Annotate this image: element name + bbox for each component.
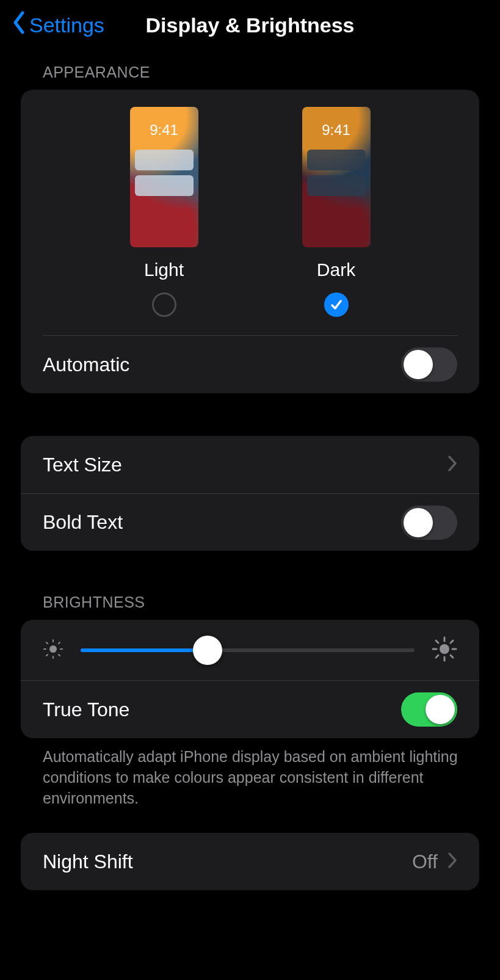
brightness-header: BRIGHTNESS	[21, 593, 479, 620]
thumbnail-notification	[307, 150, 366, 170]
slider-fill	[81, 648, 208, 652]
text-card: Text Size Bold Text	[21, 436, 479, 551]
bold-text-toggle[interactable]	[401, 506, 457, 540]
automatic-label: Automatic	[43, 354, 129, 376]
true-tone-footer: Automatically adapt iPhone display based…	[21, 738, 479, 808]
navigation-bar: Settings Display & Brightness	[0, 0, 500, 64]
back-label: Settings	[29, 13, 104, 37]
chevron-left-icon	[12, 11, 26, 39]
svg-line-17	[451, 641, 453, 643]
svg-line-16	[436, 655, 438, 658]
radio-unchecked-icon[interactable]	[152, 292, 176, 317]
brightness-card: True Tone	[21, 620, 479, 738]
svg-line-6	[59, 655, 60, 656]
chevron-right-icon	[447, 852, 457, 871]
automatic-row: Automatic	[21, 336, 479, 393]
bold-text-row: Bold Text	[21, 493, 479, 551]
svg-line-14	[436, 641, 438, 643]
thumbnail-clock: 9:41	[302, 122, 371, 139]
true-tone-toggle[interactable]	[401, 692, 457, 727]
svg-line-8	[59, 642, 60, 644]
theme-label-light: Light	[144, 260, 184, 280]
night-shift-row[interactable]: Night Shift Off	[21, 833, 479, 890]
appearance-picker: 9:41 Light 9:41 Dark	[43, 90, 457, 336]
svg-line-15	[451, 655, 453, 658]
theme-option-dark[interactable]: 9:41 Dark	[302, 107, 371, 317]
svg-point-9	[440, 644, 449, 654]
theme-label-dark: Dark	[317, 260, 355, 280]
theme-option-light[interactable]: 9:41 Light	[130, 107, 198, 317]
true-tone-label: True Tone	[43, 699, 129, 721]
text-size-row[interactable]: Text Size	[21, 436, 479, 493]
svg-point-0	[49, 645, 57, 653]
theme-thumbnail-light: 9:41	[130, 107, 198, 247]
bold-text-label: Bold Text	[43, 511, 123, 534]
brightness-slider[interactable]	[81, 636, 415, 665]
appearance-header: APPEARANCE	[21, 64, 479, 90]
text-size-label: Text Size	[43, 454, 122, 476]
night-shift-value: Off	[412, 851, 447, 873]
radio-checked-icon[interactable]	[324, 292, 349, 317]
appearance-card: 9:41 Light 9:41 Dark Autom	[21, 90, 479, 393]
night-shift-label: Night Shift	[43, 851, 133, 873]
svg-line-5	[46, 642, 48, 644]
theme-thumbnail-dark: 9:41	[302, 107, 371, 247]
page-title: Display & Brightness	[146, 13, 355, 37]
thumbnail-clock: 9:41	[130, 122, 198, 139]
thumbnail-notification	[135, 175, 194, 196]
chevron-right-icon	[447, 455, 457, 474]
thumbnail-notification	[307, 175, 366, 196]
automatic-toggle[interactable]	[401, 347, 457, 382]
svg-line-7	[46, 655, 48, 656]
true-tone-row: True Tone	[21, 681, 479, 738]
sun-min-icon	[43, 639, 63, 662]
back-button[interactable]: Settings	[12, 11, 104, 39]
night-shift-card: Night Shift Off	[21, 833, 479, 890]
brightness-slider-row	[21, 620, 479, 681]
thumbnail-notification	[135, 150, 194, 170]
slider-knob[interactable]	[193, 636, 222, 665]
sun-max-icon	[432, 636, 457, 664]
